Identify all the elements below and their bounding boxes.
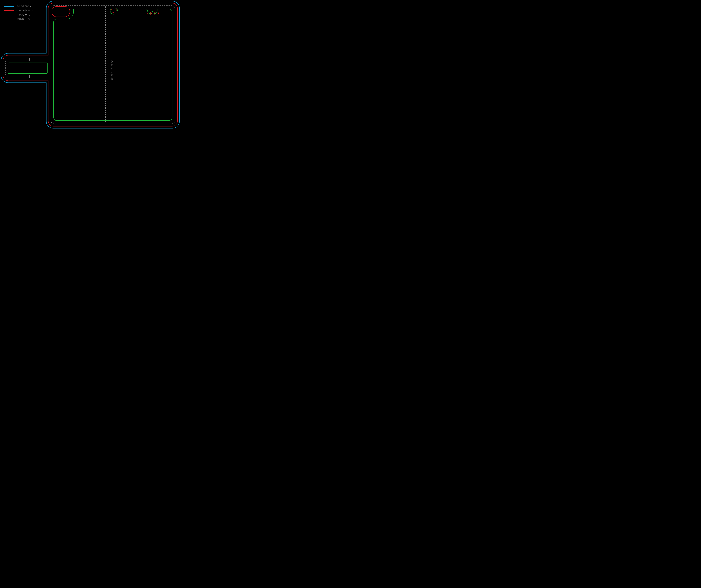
svg-point-1 (111, 8, 116, 13)
svg-point-4 (156, 12, 159, 15)
dieline-svg (0, 0, 184, 129)
svg-rect-0 (52, 6, 70, 17)
stitch-outline (6, 6, 175, 124)
body-outline (3, 3, 178, 126)
svg-rect-10 (8, 63, 47, 73)
print-safe-outline (8, 7, 172, 120)
bleed-outline (1, 1, 180, 128)
svg-point-9 (110, 7, 118, 14)
